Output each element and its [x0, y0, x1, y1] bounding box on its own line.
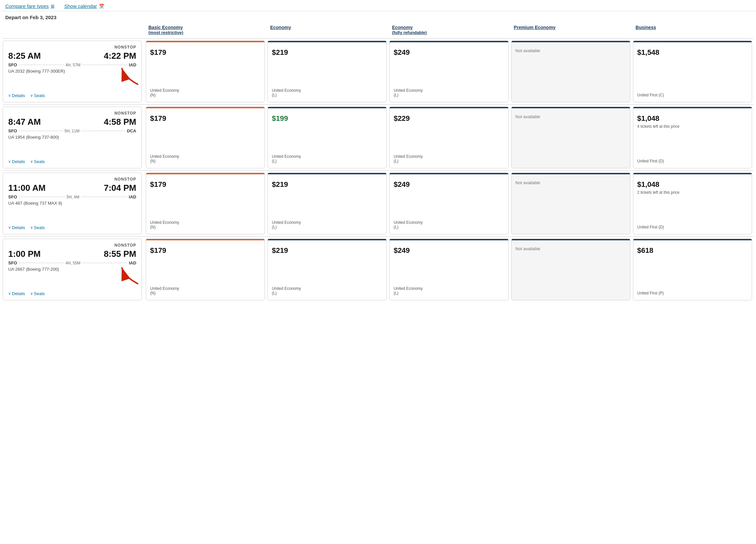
compare-fare-label: Compare fare types	[5, 3, 49, 9]
fare-cell-0-1[interactable]: $219 United Economy(L)	[268, 41, 387, 102]
fare-sub-2-0: United Economy(N)	[150, 217, 261, 229]
depart-time-0: 8:25 AM	[8, 51, 41, 61]
seats-label-0: Seats	[34, 93, 45, 98]
dest-1: DCA	[127, 128, 136, 133]
nonstop-label-2: NONSTOP	[8, 177, 136, 181]
arrive-time-1: 4:58 PM	[104, 117, 136, 127]
details-link-2[interactable]: ∨ Details	[8, 225, 25, 230]
arrive-time-2: 7:04 PM	[104, 183, 136, 193]
col-header-economy[interactable]: Economy	[266, 23, 388, 37]
fare-price-3-2: $249	[394, 246, 504, 255]
fare-cell-1-1[interactable]: $199 United Economy(L)	[268, 107, 387, 168]
fare-sub-3-2: United Economy(L)	[394, 284, 504, 296]
fare-cell-0-0[interactable]: $179 United Economy(N)	[146, 41, 265, 102]
details-link-3[interactable]: ∨ Details	[8, 291, 25, 296]
flight-row-2: NONSTOP 11:00 AM 7:04 PM SFO 5H, 4M IAD …	[3, 170, 753, 236]
fare-price-3-1: $219	[272, 246, 382, 255]
details-label-1: Details	[12, 159, 25, 164]
aircraft-0: UA 2032 (Boeing 777-300ER)	[8, 69, 136, 74]
fare-price-1-0: $179	[150, 114, 261, 123]
fare-cell-2-4[interactable]: $1,048 2 tickets left at this price Unit…	[633, 173, 752, 234]
fare-cell-2-0[interactable]: $179 United Economy(N)	[146, 173, 265, 234]
details-link-0[interactable]: ∨ Details	[8, 93, 25, 98]
depart-time-1: 8:47 AM	[8, 117, 41, 127]
col-header-basic-economy[interactable]: Basic Economy (most restrictive)	[144, 23, 266, 37]
show-calendar-link[interactable]: Show calendar 📅	[64, 3, 104, 9]
nonstop-label-0: NONSTOP	[8, 45, 136, 49]
fare-cell-3-2[interactable]: $249 United Economy(L)	[389, 239, 508, 301]
depart-time-3: 1:00 PM	[8, 249, 41, 259]
col-header-basic-economy-label: Basic Economy	[148, 25, 262, 30]
col-header-economy-refundable-label: Economy	[392, 25, 506, 30]
not-available-text-2-3: Not available	[516, 180, 626, 185]
fare-sub-2-2: United Economy(L)	[394, 217, 504, 229]
fare-cell-2-3: Not available	[511, 173, 630, 234]
fare-cell-0-3: Not available	[511, 41, 630, 102]
fare-price-1-4: $1,048	[637, 114, 748, 123]
nonstop-label-1: NONSTOP	[8, 111, 136, 115]
col-header-economy-label: Economy	[270, 25, 384, 30]
not-available-text-3-3: Not available	[516, 246, 626, 251]
seats-link-0[interactable]: ∨ Seats	[30, 93, 45, 98]
fare-tickets-1-4: 4 tickets left at this price	[637, 124, 748, 129]
details-chevron-2: ∨	[8, 225, 11, 230]
fare-cell-1-0[interactable]: $179 United Economy(N)	[146, 107, 265, 168]
flight-info-3: NONSTOP 1:00 PM 8:55 PM SFO 4H, 55M IAD …	[3, 239, 142, 301]
fare-sub-2-4: United First (D)	[637, 222, 748, 229]
fare-cell-1-2[interactable]: $229 United Economy(L)	[389, 107, 508, 168]
fare-sub-3-1: United Economy(L)	[272, 284, 382, 296]
origin-1: SFO	[8, 128, 17, 133]
fare-cell-0-2[interactable]: $249 United Economy(L)	[389, 41, 508, 102]
col-header-business[interactable]: Business	[632, 23, 753, 37]
col-header-economy-refundable-sub: (fully refundable)	[392, 30, 506, 35]
fare-cell-2-1[interactable]: $219 United Economy(L)	[268, 173, 387, 234]
fare-sub-2-1: United Economy(L)	[272, 217, 382, 229]
fare-cell-1-4[interactable]: $1,048 4 tickets left at this price Unit…	[633, 107, 752, 168]
arrive-time-3: 8:55 PM	[104, 249, 136, 259]
compare-icon: ⊞	[51, 4, 54, 9]
fare-sub-0-2: United Economy(L)	[394, 85, 504, 97]
origin-2: SFO	[8, 194, 17, 199]
aircraft-2: UA 487 (Boeing 737 MAX 9)	[8, 201, 136, 206]
flights-grid: Basic Economy (most restrictive) Economy…	[0, 23, 756, 303]
duration-1: 5H, 11M	[65, 129, 79, 133]
col-header-economy-refundable[interactable]: Economy (fully refundable)	[388, 23, 510, 37]
col-header-empty	[3, 23, 144, 37]
seats-link-1[interactable]: ∨ Seats	[30, 159, 45, 164]
seats-link-2[interactable]: ∨ Seats	[30, 225, 45, 230]
dashes-3	[19, 263, 64, 263]
fare-cell-3-0[interactable]: $179 United Economy(N)	[146, 239, 265, 301]
seats-chevron-2: ∨	[30, 225, 33, 230]
fare-sub-3-4: United First (P)	[637, 288, 748, 296]
dest-2: IAD	[129, 194, 136, 199]
details-label-3: Details	[12, 291, 25, 296]
flights-container: NONSTOP 8:25 AM 4:22 PM SFO 4H, 57M IAD …	[3, 38, 753, 303]
fare-cell-2-2[interactable]: $249 United Economy(L)	[389, 173, 508, 234]
compare-fare-link[interactable]: Compare fare types ⊞	[5, 3, 54, 9]
seats-label-2: Seats	[34, 225, 45, 230]
fare-cell-0-4[interactable]: $1,548 United First (C)	[633, 41, 752, 102]
fare-sub-0-4: United First (C)	[637, 90, 748, 97]
fare-sub-1-0: United Economy(N)	[150, 151, 261, 163]
dest-3: IAD	[129, 260, 136, 265]
details-link-1[interactable]: ∨ Details	[8, 159, 25, 164]
column-headers: Basic Economy (most restrictive) Economy…	[3, 23, 753, 38]
dashes2-1	[81, 131, 125, 131]
fare-price-1-1: $199	[272, 114, 382, 123]
details-label-2: Details	[12, 225, 25, 230]
fare-cell-3-1[interactable]: $219 United Economy(L)	[268, 239, 387, 301]
fare-price-2-1: $219	[272, 180, 382, 189]
seats-link-3[interactable]: ∨ Seats	[30, 291, 45, 296]
fare-cell-3-4[interactable]: $618 United First (P)	[633, 239, 752, 301]
fare-price-0-2: $249	[394, 48, 504, 57]
depart-label: Depart on Feb 3, 2023	[0, 11, 756, 23]
fare-price-0-1: $219	[272, 48, 382, 57]
depart-time-2: 11:00 AM	[8, 183, 46, 193]
fare-sub-3-0: United Economy(N)	[150, 284, 261, 296]
col-header-premium-economy[interactable]: Premium Economy	[510, 23, 632, 37]
fare-sub-0-0: United Economy(N)	[150, 85, 261, 97]
dashes-0	[19, 65, 64, 65]
fare-price-2-4: $1,048	[637, 180, 748, 189]
fare-sub-0-1: United Economy(L)	[272, 85, 382, 97]
dashes-1	[19, 131, 63, 131]
